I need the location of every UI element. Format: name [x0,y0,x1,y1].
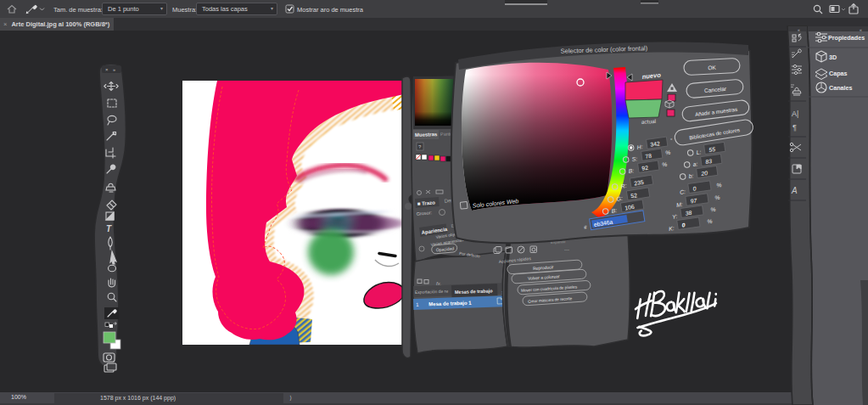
svg-text:%: % [710,206,716,213]
svg-text:«: « [798,27,800,32]
svg-text:A: A [791,186,798,195]
svg-text:«: « [860,27,862,32]
svg-text:52: 52 [630,192,638,199]
svg-text:L:: L: [696,149,702,155]
svg-text:a:: a: [692,160,698,167]
svg-text:H:: H: [636,143,643,150]
svg-text:Muestras: Muestras [415,132,438,138]
svg-text:×: × [105,67,109,72]
svg-text:»: » [113,67,115,72]
svg-text:A|: A| [792,110,798,118]
svg-text:%: % [714,194,720,201]
svg-text:92: 92 [641,165,649,172]
svg-text:B:: B: [628,167,634,174]
svg-text:¶: ¶ [792,123,797,132]
svg-text:G:: G: [616,195,623,202]
svg-text:Canales: Canales [829,84,853,92]
svg-text:20: 20 [700,170,708,177]
svg-text:Capas: Capas [829,70,848,77]
svg-text:OK: OK [708,65,716,71]
svg-text:%: % [665,149,671,156]
svg-text:Propiedades: Propiedades [828,34,865,42]
svg-text:C:: C: [680,188,686,195]
svg-text:b:: b: [688,172,694,179]
svg-text:Y:: Y: [672,213,678,220]
svg-text:3D: 3D [829,53,837,61]
svg-text:55: 55 [708,146,716,153]
svg-text:%: % [716,182,722,188]
svg-text:97: 97 [690,198,697,205]
svg-text:%: % [707,218,713,225]
svg-text:83: 83 [705,158,713,165]
svg-text:T: T [106,224,112,233]
svg-text:actual: actual [641,118,657,125]
svg-text:S:: S: [631,155,637,162]
svg-text:K:: K: [669,225,675,232]
svg-text:38: 38 [685,210,692,217]
svg-text:B:: B: [611,207,618,214]
svg-text:78: 78 [645,153,652,160]
svg-text:...: ... [564,245,569,251]
svg-text:M:: M: [676,201,684,208]
svg-text:R:: R: [620,183,627,189]
svg-text:%: % [662,161,668,168]
